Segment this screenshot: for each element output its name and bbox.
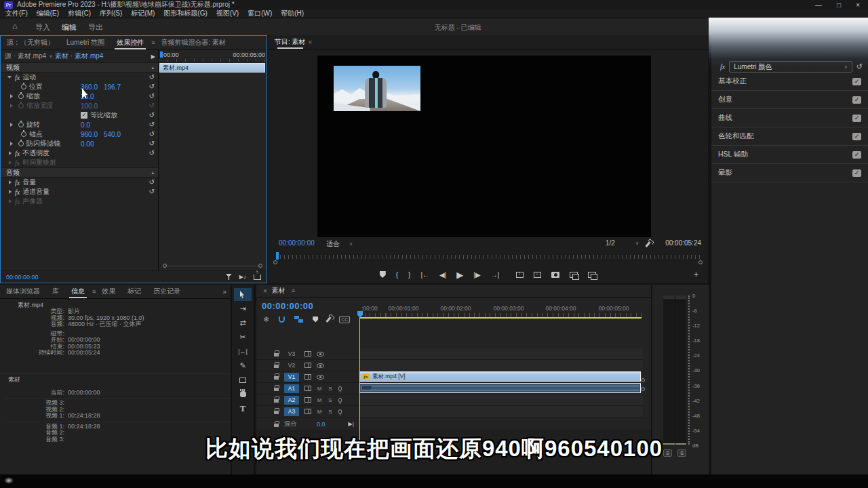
tab-program-monitor[interactable]: 节目: 素材 xyxy=(273,37,307,47)
panel-menu-icon[interactable]: ≡ xyxy=(292,287,295,294)
chevron-right-icon[interactable] xyxy=(10,142,13,146)
go-to-in-button[interactable]: |← xyxy=(420,271,429,279)
source-patch-icon[interactable] xyxy=(304,397,311,403)
stopwatch-icon[interactable] xyxy=(21,84,26,89)
tab-markers[interactable]: 标记 xyxy=(121,287,147,296)
workspace-tab-import[interactable]: 导入 xyxy=(35,22,50,33)
pen-tool[interactable]: ✎ xyxy=(234,359,252,372)
snap-magnet-icon[interactable] xyxy=(279,317,285,323)
tab-media-browser[interactable]: 媒体浏览器 xyxy=(0,287,46,296)
solo-button[interactable]: S xyxy=(328,409,333,415)
rectangle-tool[interactable] xyxy=(234,373,252,386)
lumetri-section-hsl[interactable]: HSL 辅助 ✓ xyxy=(711,146,868,164)
scroll-handle-left[interactable] xyxy=(273,260,277,264)
param-panner[interactable]: fx 声像器 xyxy=(1,197,158,206)
param-uniform-scale[interactable]: ✓ 等比缩放 ↺ xyxy=(1,110,158,120)
menu-graphics[interactable]: 图形和标题(G) xyxy=(163,9,207,18)
reset-icon[interactable]: ↺ xyxy=(149,92,155,100)
maximize-button[interactable]: □ xyxy=(837,1,841,9)
audio-section-header[interactable]: 音频 ▴ xyxy=(1,167,158,178)
chevron-right-icon[interactable] xyxy=(9,180,12,184)
active-clip-label[interactable]: 素材 · 素材.mp4 xyxy=(55,52,103,61)
mic-icon[interactable] xyxy=(338,386,342,391)
param-channel-volume[interactable]: fx 通道音量 ↺ xyxy=(1,187,158,197)
lock-icon[interactable] xyxy=(274,353,279,357)
reset-icon[interactable]: ↺ xyxy=(149,130,155,138)
play-button[interactable]: ▶ xyxy=(456,270,463,280)
comparison-view-icon[interactable] xyxy=(570,272,578,278)
button-editor-plus-icon[interactable]: + xyxy=(694,270,698,279)
antiflicker-value[interactable]: 0.00 xyxy=(81,140,94,148)
audio-clip[interactable] xyxy=(359,383,641,393)
reset-icon[interactable]: ↺ xyxy=(149,83,155,90)
chevron-down-icon[interactable] xyxy=(7,76,12,79)
mute-button[interactable]: M xyxy=(317,409,322,415)
lumetri-section-vignette[interactable]: 晕影 ✓ xyxy=(711,164,868,182)
video-clip[interactable]: fx 素材.mp4 [V] xyxy=(359,371,641,382)
stopwatch-icon[interactable] xyxy=(18,122,24,127)
menu-edit[interactable]: 编辑(E) xyxy=(37,9,59,18)
lumetri-effect-select[interactable]: Lumetri 颜色 ∨ xyxy=(729,61,852,73)
track-name[interactable]: V3 xyxy=(284,350,299,359)
track-lane[interactable] xyxy=(359,360,643,371)
param-position[interactable]: 位置 360.0 196.7 ↺ xyxy=(1,82,158,92)
workspace-tab-export[interactable]: 导出 xyxy=(88,22,103,33)
scroll-handle-right[interactable] xyxy=(698,260,703,264)
close-tab-icon[interactable]: × xyxy=(263,287,267,295)
add-marker-icon[interactable] xyxy=(313,317,318,323)
track-lane[interactable] xyxy=(359,394,643,406)
export-icon[interactable] xyxy=(254,274,261,280)
scroll-handle-left[interactable] xyxy=(163,264,167,268)
checkbox-checked-icon[interactable]: ✓ xyxy=(852,96,861,104)
reset-icon[interactable]: ↺ xyxy=(149,140,155,147)
track-lane[interactable] xyxy=(359,383,643,394)
track-select-tool[interactable]: ⇥ xyxy=(234,302,252,315)
reset-icon[interactable]: ↺ xyxy=(149,111,155,119)
play-audio-icon[interactable]: ▶♪ xyxy=(239,274,246,280)
lock-icon[interactable] xyxy=(274,376,279,380)
track-lane[interactable] xyxy=(359,406,643,418)
playhead-icon[interactable] xyxy=(276,252,279,260)
workspace-tab-edit[interactable]: 编辑 xyxy=(62,22,77,33)
anchor-x-value[interactable]: 960.0 xyxy=(81,131,98,138)
mic-icon[interactable] xyxy=(338,409,342,414)
reset-icon[interactable]: ↺ xyxy=(149,73,155,81)
lumetri-section-basic[interactable]: 基本校正 ✓ xyxy=(711,73,868,91)
more-tabs-icon[interactable]: » xyxy=(222,288,226,296)
reset-icon[interactable]: ↺ xyxy=(149,149,155,157)
tab-history[interactable]: 历史记录 xyxy=(147,287,186,296)
menu-sequence[interactable]: 序列(S) xyxy=(100,9,122,18)
panel-timecode[interactable]: 00:00:00:00 xyxy=(6,274,39,281)
playback-resolution-select[interactable]: 1/2∨ xyxy=(606,239,639,247)
filter-icon[interactable] xyxy=(226,274,232,280)
source-patch-icon[interactable] xyxy=(304,374,311,380)
mini-timeline-scrollbar[interactable] xyxy=(163,264,262,268)
position-x-value[interactable]: 360.0 xyxy=(81,83,98,91)
collapse-icon[interactable]: ▴ xyxy=(151,65,154,70)
mute-button[interactable]: M xyxy=(317,386,322,392)
lift-icon[interactable] xyxy=(516,272,524,278)
zoom-level-select[interactable]: 适合∨ xyxy=(326,239,353,249)
menu-clip[interactable]: 剪辑(C) xyxy=(68,9,91,18)
chevron-right-icon[interactable] xyxy=(9,199,12,203)
program-timecode[interactable]: 00:00:00:00 xyxy=(279,239,315,247)
checkbox-checked-icon[interactable]: ✓ xyxy=(852,169,861,177)
stopwatch-icon[interactable] xyxy=(18,94,24,99)
track-name[interactable]: A1 xyxy=(284,384,299,393)
anchor-y-value[interactable]: 540.0 xyxy=(104,131,121,138)
chevron-right-icon[interactable] xyxy=(9,151,12,155)
collapse-icon[interactable]: ▴ xyxy=(151,170,154,176)
lock-icon[interactable] xyxy=(274,365,279,368)
stopwatch-icon[interactable] xyxy=(21,131,26,137)
tab-libraries[interactable]: 库 xyxy=(46,287,65,296)
source-patch-icon[interactable] xyxy=(304,409,311,414)
param-time-remap[interactable]: fx 时间重映射 xyxy=(1,158,158,167)
reset-icon[interactable]: ↺ xyxy=(149,121,155,128)
step-back-button[interactable]: ◀| xyxy=(439,271,446,279)
hand-tool[interactable] xyxy=(234,388,252,401)
chevron-right-icon[interactable] xyxy=(10,123,13,127)
track-lane[interactable] xyxy=(359,348,643,360)
checkbox-checked-icon[interactable]: ✓ xyxy=(852,115,861,122)
menu-view[interactable]: 视图(V) xyxy=(216,9,239,18)
scroll-handle[interactable] xyxy=(641,387,645,391)
